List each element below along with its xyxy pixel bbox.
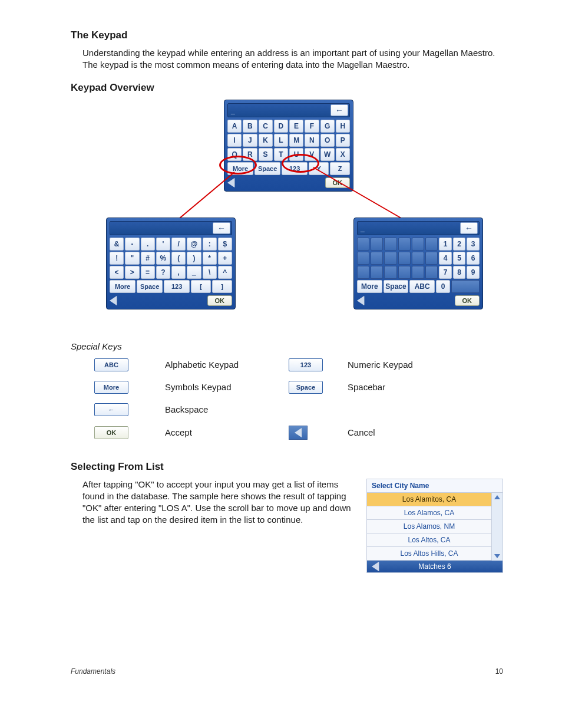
key-f[interactable]: F [305, 120, 319, 133]
key-s[interactable]: S [259, 148, 273, 161]
blank-key [412, 238, 424, 251]
blank-key [384, 266, 396, 279]
cancel-icon[interactable] [227, 178, 234, 187]
sym-key[interactable]: + [218, 252, 232, 265]
more-key[interactable]: More [357, 280, 382, 293]
sym-key[interactable]: " [125, 252, 139, 265]
list-item[interactable]: Los Alamitos, CA [367, 493, 491, 506]
backspace-button[interactable]: ← [94, 403, 128, 416]
sym-key[interactable]: * [203, 252, 217, 265]
key-j[interactable]: J [243, 134, 257, 147]
list-item[interactable]: Los Altos, CA [367, 533, 491, 547]
scroll-down-icon[interactable] [494, 554, 500, 558]
key-5[interactable]: 5 [453, 252, 466, 265]
sym-key[interactable]: & [110, 238, 124, 251]
sym-key[interactable]: > [125, 266, 139, 279]
sym-key[interactable]: ^ [218, 266, 232, 279]
abc-button[interactable]: ABC [94, 358, 128, 371]
key-r[interactable]: R [243, 148, 257, 161]
backspace-key[interactable]: ← [460, 222, 478, 234]
backspace-key[interactable]: ← [213, 222, 230, 234]
blank-key [398, 266, 411, 279]
more-key[interactable]: More [227, 162, 253, 175]
key-q[interactable]: Q [227, 148, 242, 161]
key-m[interactable]: M [289, 134, 303, 147]
cancel-icon[interactable] [110, 296, 117, 305]
cancel-icon[interactable] [357, 296, 364, 305]
sym-key[interactable]: $ [218, 238, 232, 251]
key-a[interactable]: A [227, 120, 242, 133]
key-6[interactable]: 6 [467, 252, 480, 265]
rbracket-key[interactable]: ] [212, 280, 232, 293]
key-9[interactable]: 9 [467, 266, 480, 279]
backspace-key[interactable]: ← [330, 104, 348, 116]
sym-key[interactable]: \ [203, 266, 217, 279]
sym-key[interactable]: / [171, 238, 186, 251]
key-1[interactable]: 1 [439, 238, 452, 251]
key-c[interactable]: C [259, 120, 273, 133]
key-b[interactable]: B [243, 120, 257, 133]
sym-key[interactable]: @ [187, 238, 201, 251]
key-o[interactable]: O [320, 134, 335, 147]
sym-key[interactable]: , [171, 266, 186, 279]
more-key[interactable]: More [110, 280, 135, 293]
key-t[interactable]: T [274, 148, 288, 161]
back-arrow-icon[interactable] [372, 562, 379, 571]
sym-key[interactable]: . [141, 238, 155, 251]
sym-key[interactable]: = [141, 266, 155, 279]
sym-key[interactable]: - [125, 238, 139, 251]
key-h[interactable]: H [336, 120, 350, 133]
key-d[interactable]: D [274, 120, 288, 133]
sym-key[interactable]: _ [187, 266, 201, 279]
y-key[interactable]: Y [309, 162, 329, 175]
key-7[interactable]: 7 [439, 266, 452, 279]
key-w[interactable]: W [320, 148, 335, 161]
sym-key[interactable]: ) [187, 252, 201, 265]
z-key[interactable]: Z [330, 162, 350, 175]
space-key[interactable]: Space [254, 162, 280, 175]
lbracket-key[interactable]: [ [191, 280, 211, 293]
key-2[interactable]: 2 [453, 238, 466, 251]
sym-key[interactable]: : [203, 238, 217, 251]
scroll-up-icon[interactable] [494, 495, 500, 499]
ok-button[interactable]: OK [455, 295, 480, 306]
sym-key[interactable]: ( [171, 252, 186, 265]
key-l[interactable]: L [274, 134, 288, 147]
sym-key[interactable]: # [141, 252, 155, 265]
sym-key[interactable]: ? [156, 266, 170, 279]
key-u[interactable]: U [289, 148, 303, 161]
key-i[interactable]: I [227, 134, 242, 147]
key-3[interactable]: 3 [467, 238, 480, 251]
num-key[interactable]: 123 [164, 280, 190, 293]
sym-key[interactable]: ! [110, 252, 124, 265]
key-p[interactable]: P [336, 134, 350, 147]
space-key[interactable]: Space [384, 280, 409, 293]
ok-button[interactable]: OK [207, 295, 233, 306]
ok-button[interactable]: OK [325, 177, 351, 188]
space-key[interactable]: Space [137, 280, 163, 293]
space-button[interactable]: Space [289, 381, 323, 394]
sym-key[interactable]: ' [156, 238, 170, 251]
ok-button-sm[interactable]: OK [94, 426, 128, 439]
key-4[interactable]: 4 [439, 252, 452, 265]
sym-key[interactable]: % [156, 252, 170, 265]
list-item[interactable]: Los Alamos, NM [367, 520, 491, 533]
more-button[interactable]: More [94, 381, 128, 394]
scrollbar[interactable] [491, 493, 503, 561]
key-8[interactable]: 8 [453, 266, 466, 279]
key-v[interactable]: V [305, 148, 319, 161]
list-item[interactable]: Los Alamos, CA [367, 506, 491, 520]
num-key[interactable]: 123 [282, 162, 308, 175]
abc-key[interactable]: ABC [409, 280, 435, 293]
zero-key[interactable]: 0 [436, 280, 450, 293]
cancel-button-sm[interactable] [289, 426, 308, 440]
123-button[interactable]: 123 [289, 358, 323, 371]
key-g[interactable]: G [320, 120, 335, 133]
list-item[interactable]: Los Altos Hills, CA [367, 547, 491, 561]
key-n[interactable]: N [305, 134, 319, 147]
key-k[interactable]: K [259, 134, 273, 147]
key-e[interactable]: E [289, 120, 303, 133]
key-x[interactable]: X [336, 148, 350, 161]
keypad-intro: Understanding the keypad while entering … [71, 47, 503, 71]
sym-key[interactable]: < [110, 266, 124, 279]
